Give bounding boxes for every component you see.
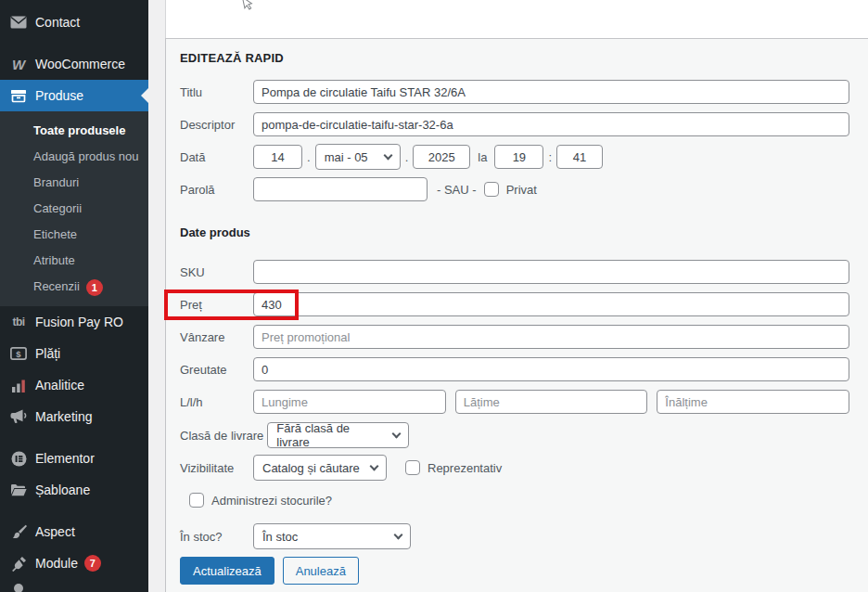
sidebar-item-label: Module xyxy=(35,556,78,571)
password-input[interactable] xyxy=(253,177,428,201)
visibility-label: Vizibilitate xyxy=(180,461,249,475)
sale-price-row: Vânzare xyxy=(180,324,849,350)
date-separator: . xyxy=(307,150,311,164)
svg-text:W: W xyxy=(12,58,27,71)
chevron-down-icon xyxy=(394,531,403,540)
active-menu-arrow xyxy=(141,88,148,103)
sidebar-item-label: Analitice xyxy=(35,378,84,393)
sale-price-label: Vânzare xyxy=(180,330,249,344)
manage-stock-checkbox[interactable] xyxy=(189,493,204,508)
sidebar-item-elementor[interactable]: Elementor xyxy=(0,443,148,474)
cancel-button[interactable]: Anulează xyxy=(283,557,359,585)
quick-edit-heading: EDITEAZĂ RAPID xyxy=(180,51,284,65)
users-icon-partial xyxy=(12,582,25,592)
shipping-class-row: Clasă de livrare Fără clasă de livrare xyxy=(180,422,849,448)
date-year-input[interactable] xyxy=(413,145,470,169)
sidebar-item-label: WooCommerce xyxy=(35,57,125,71)
sidebar-item-etichete[interactable]: Etichete xyxy=(0,222,148,248)
featured-label: Reprezentativ xyxy=(428,461,502,475)
date-minute-input[interactable] xyxy=(556,145,603,169)
date-hour-input[interactable] xyxy=(494,145,543,169)
elementor-icon xyxy=(9,451,28,467)
mail-icon xyxy=(9,16,28,29)
sidebar-item-label: Marketing xyxy=(35,409,92,424)
table-row-above xyxy=(165,0,868,38)
sidebar-item-label: Produse xyxy=(35,88,83,103)
sidebar-item-produse[interactable]: Produse xyxy=(0,80,148,111)
sidebar-item-label: Contact xyxy=(35,15,80,30)
tbi-logo-icon: tbi xyxy=(9,315,28,328)
date-separator: . xyxy=(405,150,409,164)
sidebar-item-label: Elementor xyxy=(35,451,95,466)
sidebar-item-label: Fusion Pay RO xyxy=(35,315,123,329)
featured-checkbox[interactable] xyxy=(405,460,420,475)
stock-status-select[interactable]: În stoc xyxy=(253,523,411,549)
paintbrush-icon xyxy=(9,524,28,539)
date-label: Dată xyxy=(180,150,249,164)
sidebar-item-sabloane[interactable]: Șabloane xyxy=(0,474,148,506)
visibility-select[interactable]: Catalog și căutare xyxy=(253,455,387,481)
sidebar-item-adauga-produs-nou[interactable]: Adaugă produs nou xyxy=(0,144,148,170)
payments-icon: $ xyxy=(9,347,28,360)
quick-edit-panel: EDITEAZĂ RAPID Titlu Descriptor Dată . m… xyxy=(165,38,868,592)
woocommerce-icon: W xyxy=(9,58,28,71)
sidebar-separator xyxy=(0,506,148,516)
sku-input[interactable] xyxy=(253,260,849,284)
sidebar-item-categorii[interactable]: Categorii xyxy=(0,196,148,222)
review-count-badge: 1 xyxy=(86,279,103,296)
chevron-down-icon xyxy=(392,430,402,439)
megaphone-icon xyxy=(9,409,28,424)
product-data-heading: Date produs xyxy=(180,225,250,239)
sidebar-item-atribute[interactable]: Atribute xyxy=(0,248,148,274)
date-row: Dată . mai - 05 . la : xyxy=(180,144,849,170)
date-month-select[interactable]: mai - 05 xyxy=(315,144,401,170)
sidebar-item-marketing[interactable]: Marketing xyxy=(0,401,148,432)
visibility-row: Vizibilitate Catalog și căutare Reprezen… xyxy=(180,455,849,481)
private-label: Privat xyxy=(506,183,537,197)
title-label: Titlu xyxy=(180,85,249,99)
actions-row: Actualizează Anulează xyxy=(180,557,849,585)
sidebar-item-module[interactable]: Module 7 xyxy=(0,547,148,579)
shipping-class-label: Clasă de livrare xyxy=(180,429,263,443)
password-row: Parolă - SAU - Privat xyxy=(180,176,849,202)
sidebar-item-branduri[interactable]: Branduri xyxy=(0,170,148,196)
stock-status-row: În stoc? În stoc xyxy=(180,523,849,549)
sale-price-input[interactable] xyxy=(253,325,849,349)
sidebar-item-woocommerce[interactable]: W WooCommerce xyxy=(0,48,148,80)
time-separator: : xyxy=(548,150,552,164)
sidebar-item-recenzii[interactable]: Recenzii1 xyxy=(0,274,148,300)
chevron-down-icon xyxy=(370,462,379,471)
private-checkbox[interactable] xyxy=(484,182,499,197)
shipping-class-select[interactable]: Fără clasă de livrare xyxy=(267,422,409,448)
slug-input[interactable] xyxy=(253,112,849,136)
sidebar-item-toate-produsele[interactable]: Toate produsele xyxy=(0,118,148,144)
length-input[interactable] xyxy=(253,390,446,414)
plug-icon xyxy=(9,556,28,572)
svg-text:$: $ xyxy=(16,349,21,359)
height-input[interactable] xyxy=(657,390,849,414)
price-input[interactable] xyxy=(253,292,849,316)
sidebar-item-contact[interactable]: Contact xyxy=(0,6,148,38)
update-button[interactable]: Actualizează xyxy=(180,557,274,585)
sku-row: SKU xyxy=(180,259,849,285)
mouse-cursor-icon xyxy=(242,0,253,15)
admin-sidebar: Contact W WooCommerce Produse Toate prod… xyxy=(0,0,148,592)
sku-label: SKU xyxy=(180,265,249,279)
dimensions-label: L/l/h xyxy=(180,395,249,409)
sidebar-item-plati[interactable]: $ Plăți xyxy=(0,338,148,369)
price-row: Preț xyxy=(180,291,849,317)
title-input[interactable] xyxy=(253,80,849,104)
slug-row: Descriptor xyxy=(180,111,849,137)
title-row: Titlu xyxy=(180,79,849,105)
width-input[interactable] xyxy=(455,390,648,414)
date-day-input[interactable] xyxy=(253,145,302,169)
sidebar-item-analitice[interactable]: Analitice xyxy=(0,369,148,401)
produse-submenu: Toate produsele Adaugă produs nou Brandu… xyxy=(0,111,148,306)
sidebar-separator xyxy=(0,432,148,443)
price-label: Preț xyxy=(180,298,249,312)
sidebar-item-label: Aspect xyxy=(35,524,75,539)
or-label: - SAU - xyxy=(437,183,477,197)
sidebar-item-aspect[interactable]: Aspect xyxy=(0,516,148,547)
weight-input[interactable] xyxy=(253,357,849,381)
sidebar-item-fusion-pay[interactable]: tbi Fusion Pay RO xyxy=(0,306,148,338)
